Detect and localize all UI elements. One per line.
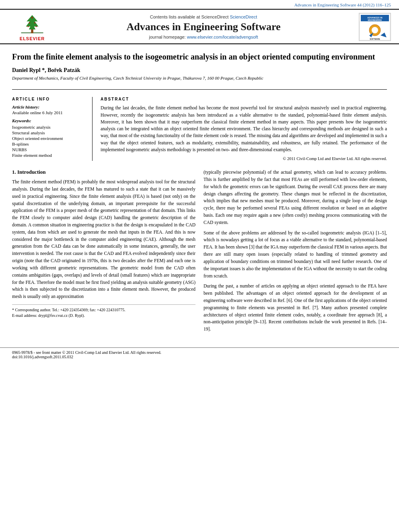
header-center: Contents lists available at ScienceDirec… — [56, 14, 351, 39]
abstract-text: During the last decades, the finite elem… — [101, 105, 387, 153]
authors-text: Daniel Rypl *, Bořek Patzák — [12, 67, 80, 73]
keywords-label: Keywords: — [12, 118, 86, 123]
intro-para-right-1: (typically piecewise polynomial) of the … — [204, 169, 387, 226]
intro-para-1: The finite element method (FEM) is proba… — [12, 179, 195, 300]
journal-homepage-link[interactable]: www.elsevier.com/locate/advengsoft — [187, 35, 258, 39]
bottom-bar: 0965-9978/$ - see front matter © 2011 Ci… — [0, 347, 399, 362]
keyword-4: B-splines — [12, 142, 86, 146]
authors-line: Daniel Rypl *, Bořek Patzák — [12, 67, 387, 74]
abstract-header: ABSTRACT — [101, 97, 387, 101]
footnote-corresponding: * Corresponding author. Tel.: +420 22435… — [12, 307, 195, 313]
elsevier-brand-text: ELSEVIER — [20, 36, 45, 41]
body-col-left: 1. Introduction The finite element metho… — [12, 169, 195, 336]
keyword-2: Structural analysis — [12, 130, 86, 135]
elsevier-logo: ELSEVIER — [8, 13, 56, 41]
footnote-section: * Corresponding author. Tel.: +420 22435… — [12, 304, 195, 319]
bottom-line-1: 0965-9978/$ - see front matter © 2011 Ci… — [12, 350, 387, 355]
svg-text:SOFTWARE: SOFTWARE — [370, 38, 380, 40]
two-col-body: 1. Introduction The finite element metho… — [12, 169, 387, 336]
header-left: ELSEVIER — [8, 13, 56, 41]
keyword-1: Isogeometric analysis — [12, 125, 86, 129]
homepage-label: journal homepage: — [149, 35, 187, 39]
keyword-6: Finite element method — [12, 153, 86, 158]
body-col-right: (typically piecewise polynomial) of the … — [204, 169, 387, 336]
keyword-5: NURBS — [12, 147, 86, 152]
journal-title-main: Advances in Engineering Software — [56, 21, 351, 33]
journal-logo-icon: ADVANCES IN ENGINEERING SOFTWARE — [359, 13, 391, 41]
article-title-section: From the finite element analysis to the … — [0, 44, 399, 85]
journal-homepage-line: journal homepage: www.elsevier.com/locat… — [56, 35, 351, 39]
svg-point-6 — [28, 26, 29, 27]
elsevier-tree-icon — [18, 13, 46, 35]
svg-text:ENGINEERING: ENGINEERING — [368, 19, 382, 21]
article-divider — [12, 89, 387, 90]
article-meta-section: ARTICLE INFO Article history: Available … — [0, 94, 399, 165]
svg-point-3 — [31, 17, 33, 18]
page-container: Advances in Engineering Software 44 (201… — [0, 0, 399, 532]
svg-point-14 — [372, 27, 378, 33]
main-body: 1. Introduction The finite element metho… — [0, 165, 399, 344]
footnote-email: E-mail address: drypl@fsv.cvut.cz (D. Ry… — [12, 313, 195, 319]
affiliation-line: Department of Mechanics, Faculty of Civi… — [12, 75, 387, 81]
sciencedirect-line: Contents lists available at ScienceDirec… — [56, 14, 351, 19]
abstract-col: ABSTRACT During the last decades, the fi… — [101, 97, 387, 161]
article-info-header: ARTICLE INFO — [12, 97, 86, 101]
intro-para-right-2: Some of the above problems are addressed… — [204, 230, 387, 280]
journal-ref-bar: Advances in Engineering Software 44 (201… — [0, 0, 399, 9]
header-right: ADVANCES IN ENGINEERING SOFTWARE — [351, 13, 391, 41]
copyright-line: © 2011 Civil-Comp Ltd and Elsevier Ltd. … — [101, 156, 387, 161]
article-info-col: ARTICLE INFO Article history: Available … — [12, 97, 93, 161]
svg-point-5 — [34, 22, 35, 23]
intro-para-right-3: During the past, a number of articles on… — [204, 283, 387, 333]
engineering-software-logo: ADVANCES IN ENGINEERING SOFTWARE — [359, 13, 391, 41]
keywords-list: Isogeometric analysis Structural analysi… — [12, 125, 86, 158]
svg-point-7 — [36, 26, 37, 27]
bottom-line-2: doi:10.1016/j.advengsoft.2011.05.032 — [12, 355, 387, 359]
article-history-value: Available online 6 July 2011 — [12, 110, 86, 115]
section-1-heading: 1. Introduction — [12, 169, 195, 175]
section-number: 1. Introduction — [12, 169, 46, 175]
keyword-3: Object oriented environment — [12, 136, 86, 141]
sciencedirect-link[interactable]: ScienceDirect — [230, 14, 257, 19]
article-title: From the finite element analysis to the … — [12, 51, 387, 62]
svg-point-4 — [29, 22, 30, 23]
header-section: ELSEVIER Contents lists available at Sci… — [0, 9, 399, 44]
article-history-label: Article history: — [12, 105, 86, 109]
journal-ref-text: Advances in Engineering Software 44 (201… — [294, 2, 391, 7]
